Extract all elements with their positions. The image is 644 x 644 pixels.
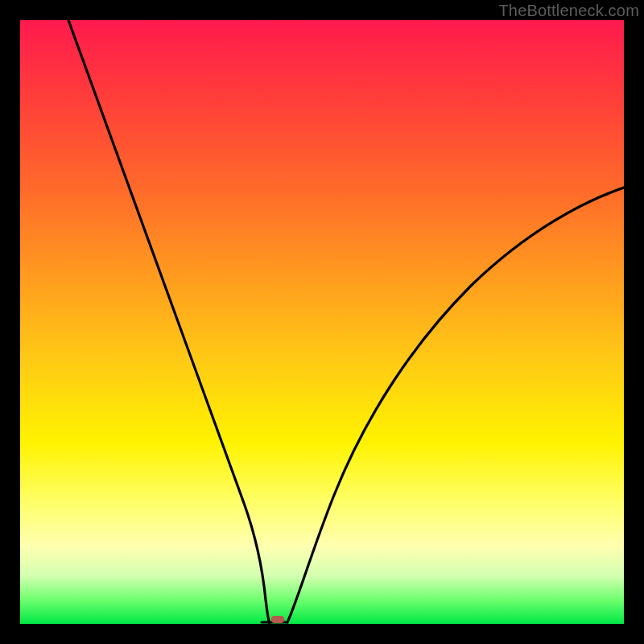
curve-right-branch [287, 188, 624, 622]
watermark-text: TheBottleneck.com [498, 2, 639, 20]
curve-left-branch [68, 20, 270, 624]
curve-layer [20, 20, 624, 624]
plot-area [20, 20, 624, 624]
min-marker [271, 616, 284, 623]
chart-container: TheBottleneck.com [0, 0, 644, 644]
